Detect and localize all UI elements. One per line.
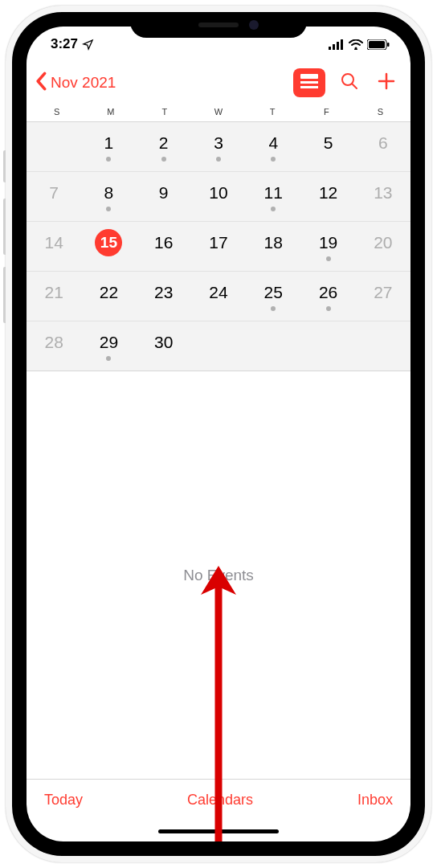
day-number: 28 bbox=[40, 329, 67, 356]
back-button[interactable]: Nov 2021 bbox=[35, 72, 116, 95]
calendar-day[interactable]: 2 bbox=[137, 122, 191, 171]
view-toggle-button[interactable] bbox=[293, 68, 325, 97]
day-number: 22 bbox=[95, 279, 122, 306]
status-time: 3:27 bbox=[51, 36, 78, 52]
calendar-day[interactable]: 23 bbox=[137, 272, 191, 321]
calendar-day[interactable]: 18 bbox=[246, 222, 300, 271]
day-number: 11 bbox=[259, 179, 287, 207]
bottom-toolbar: Today Calendars Inbox bbox=[27, 779, 410, 821]
svg-rect-0 bbox=[329, 47, 331, 50]
day-number: 27 bbox=[370, 279, 397, 306]
calendar-day[interactable]: 26 bbox=[300, 272, 355, 321]
calendar-day[interactable]: 9 bbox=[137, 172, 191, 221]
day-number: 16 bbox=[150, 229, 178, 256]
no-events-label: No Events bbox=[183, 567, 254, 584]
list-view-icon bbox=[300, 74, 318, 92]
battery-icon bbox=[367, 39, 390, 50]
svg-rect-3 bbox=[341, 39, 343, 50]
day-number: 17 bbox=[205, 229, 232, 256]
calendar-day[interactable]: 8 bbox=[81, 172, 136, 221]
event-indicator-dot bbox=[216, 157, 221, 162]
day-number: 25 bbox=[259, 279, 287, 306]
calendar-day[interactable]: 13 bbox=[356, 172, 410, 221]
event-indicator-dot bbox=[271, 157, 276, 162]
calendar-day bbox=[27, 122, 81, 171]
svg-rect-1 bbox=[333, 44, 335, 50]
calendar-day[interactable]: 6 bbox=[356, 122, 410, 171]
day-number: 5 bbox=[315, 129, 342, 157]
day-number: 19 bbox=[315, 229, 342, 256]
plus-icon bbox=[377, 72, 396, 94]
weekday-label: F bbox=[300, 107, 353, 117]
day-number: 26 bbox=[315, 279, 342, 306]
day-number: 14 bbox=[40, 229, 67, 256]
events-area[interactable]: No Events bbox=[27, 371, 410, 779]
calendar-day[interactable]: 20 bbox=[356, 222, 410, 271]
calendar-day[interactable]: 4 bbox=[246, 122, 300, 171]
svg-rect-8 bbox=[300, 74, 318, 79]
today-button[interactable]: Today bbox=[44, 792, 83, 809]
calendar-day[interactable]: 15 bbox=[81, 222, 136, 271]
search-button[interactable] bbox=[337, 70, 362, 96]
calendar-day[interactable]: 30 bbox=[137, 321, 191, 371]
add-event-button[interactable] bbox=[374, 70, 399, 96]
day-number: 15 bbox=[95, 229, 122, 256]
svg-rect-7 bbox=[387, 43, 390, 47]
day-number: 6 bbox=[370, 129, 397, 157]
day-number: 29 bbox=[95, 329, 122, 356]
calendar-week: 282930 bbox=[27, 321, 410, 371]
svg-point-4 bbox=[355, 47, 357, 49]
day-number: 23 bbox=[150, 279, 178, 306]
home-indicator bbox=[158, 829, 279, 833]
day-number: 7 bbox=[40, 179, 67, 207]
calendar-day[interactable]: 12 bbox=[300, 172, 355, 221]
day-number: 30 bbox=[150, 329, 178, 356]
speaker-grille bbox=[198, 23, 239, 27]
day-number bbox=[370, 329, 397, 356]
inbox-button[interactable]: Inbox bbox=[357, 792, 393, 809]
calendar-day[interactable]: 17 bbox=[191, 222, 246, 271]
back-label: Nov 2021 bbox=[51, 74, 116, 92]
day-number: 9 bbox=[150, 179, 178, 207]
calendar-day[interactable]: 27 bbox=[356, 272, 410, 321]
calendar-week: 21222324252627 bbox=[27, 272, 410, 321]
day-number: 10 bbox=[205, 179, 232, 207]
weekday-row: S M T W T F S bbox=[27, 105, 410, 121]
calendar-day[interactable]: 3 bbox=[191, 122, 246, 171]
event-indicator-dot bbox=[106, 356, 111, 361]
calendars-button[interactable]: Calendars bbox=[187, 792, 253, 809]
calendar-day[interactable]: 7 bbox=[27, 172, 81, 221]
calendar-day[interactable]: 11 bbox=[246, 172, 300, 221]
cellular-signal-icon bbox=[329, 39, 345, 50]
day-number bbox=[205, 329, 232, 356]
calendar-day bbox=[191, 321, 246, 371]
location-arrow-icon bbox=[82, 39, 94, 51]
calendar-day[interactable]: 10 bbox=[191, 172, 246, 221]
calendar-day[interactable]: 29 bbox=[81, 321, 136, 371]
calendar-day[interactable]: 25 bbox=[246, 272, 300, 321]
day-number: 12 bbox=[315, 179, 342, 207]
calendar-day[interactable]: 19 bbox=[300, 222, 355, 271]
day-number: 8 bbox=[95, 179, 122, 207]
event-indicator-dot bbox=[106, 157, 111, 162]
calendar-day[interactable]: 24 bbox=[191, 272, 246, 321]
calendar-day[interactable]: 14 bbox=[27, 222, 81, 271]
calendar-day[interactable]: 1 bbox=[81, 122, 136, 171]
calendar-grid[interactable]: 1234567891011121314151617181920212223242… bbox=[27, 121, 410, 371]
calendar-day[interactable]: 16 bbox=[137, 222, 191, 271]
calendar-day[interactable]: 22 bbox=[81, 272, 136, 321]
calendar-day[interactable]: 21 bbox=[27, 272, 81, 321]
iphone-frame: 3:27 bbox=[6, 6, 431, 862]
weekday-label: S bbox=[30, 107, 84, 117]
day-number: 1 bbox=[95, 129, 122, 157]
home-indicator-area[interactable] bbox=[27, 821, 410, 841]
day-number: 20 bbox=[370, 229, 397, 256]
calendar-day bbox=[300, 321, 355, 371]
calendar-day bbox=[356, 321, 410, 371]
weekday-label: S bbox=[353, 107, 407, 117]
wifi-icon bbox=[349, 39, 363, 50]
calendar-day[interactable]: 28 bbox=[27, 321, 81, 371]
calendar-week: 78910111213 bbox=[27, 172, 410, 222]
calendar-day[interactable]: 5 bbox=[300, 122, 355, 171]
day-number bbox=[259, 329, 287, 356]
